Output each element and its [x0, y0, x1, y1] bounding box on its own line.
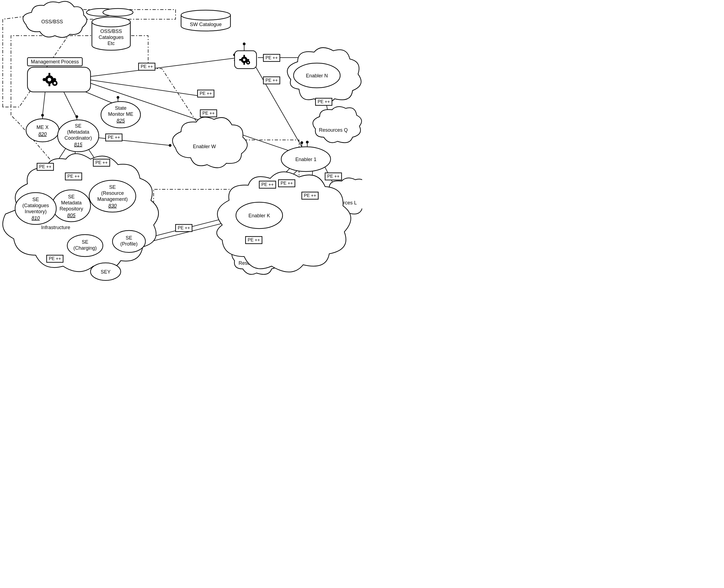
svg-text:PE ++: PE ++	[248, 238, 260, 242]
svg-text:PE ++: PE ++	[265, 78, 278, 83]
svg-text:SE: SE	[68, 194, 74, 200]
svg-point-33	[47, 78, 51, 81]
pe-e1-el: PE ++	[325, 173, 342, 180]
svg-point-29	[181, 10, 231, 20]
svg-text:OSS/BSS: OSS/BSS	[100, 28, 122, 34]
svg-text:(Metadata: (Metadata	[67, 129, 89, 135]
svg-point-0	[243, 43, 246, 45]
se-metadata-repo-node: SE Metadata Repository 805	[52, 190, 90, 222]
svg-text:Etc: Etc	[108, 41, 115, 46]
se-profile-node: SE (Profile)	[112, 230, 145, 252]
pe-gear-en-1: PE ++	[263, 77, 280, 84]
svg-rect-50	[247, 59, 249, 60]
gearbox	[235, 51, 256, 69]
svg-text:815: 815	[74, 142, 83, 147]
enabler-w-cloud: Enabler W	[173, 117, 248, 168]
se-charging-node: SE (Charging)	[67, 235, 103, 256]
svg-point-3	[116, 96, 119, 99]
pe-smc-res: PE ++	[93, 159, 110, 166]
ossbss-catalogues-db: OSS/BSS Catalogues Etc	[86, 8, 133, 50]
svg-text:PE ++: PE ++	[67, 174, 80, 178]
pe-profile-enk: PE ++	[175, 225, 192, 232]
svg-point-11	[169, 144, 171, 147]
svg-text:PE ++: PE ++	[203, 111, 215, 115]
svg-text:Enabler K: Enabler K	[248, 213, 270, 218]
svg-text:SEY: SEY	[101, 269, 110, 275]
svg-text:805: 805	[67, 213, 76, 218]
pe-smc-repo: PE ++	[65, 173, 82, 180]
svg-text:SE: SE	[82, 239, 88, 245]
management-process-label: Management Process	[31, 59, 79, 64]
svg-rect-34	[48, 73, 50, 76]
svg-text:SE: SE	[33, 197, 39, 202]
svg-point-25	[92, 17, 130, 27]
enabler-w-label: Enabler W	[193, 144, 216, 149]
svg-rect-35	[48, 83, 50, 86]
pe-e1-ek: PE ++	[259, 181, 276, 188]
svg-text:Enabler 1: Enabler 1	[295, 157, 316, 162]
sw-catalogue-db: SW Catalogue	[181, 10, 231, 31]
svg-text:(Charging): (Charging)	[73, 245, 97, 251]
svg-text:Catalogues: Catalogues	[99, 35, 124, 40]
svg-point-24	[103, 8, 133, 16]
svg-point-46	[243, 59, 246, 61]
svg-text:PE ++: PE ++	[39, 164, 51, 169]
resources-q-cloud: Resources Q	[313, 107, 362, 143]
svg-point-16	[306, 141, 308, 144]
pe-mgmt-en1: PE ++	[200, 110, 217, 117]
svg-text:825: 825	[116, 118, 125, 124]
svg-rect-30	[27, 67, 90, 92]
svg-text:Repository: Repository	[60, 206, 83, 212]
svg-text:PE ++: PE ++	[108, 135, 120, 140]
infrastructure-label: Infrastructure	[41, 225, 70, 230]
svg-point-52	[248, 62, 249, 63]
svg-text:Metadata: Metadata	[61, 200, 82, 206]
state-monitor-node: State Monitor ME 825	[101, 102, 141, 128]
pe-mex-cat: PE ++	[37, 163, 54, 170]
enabler-n-node: Enabler N	[294, 63, 340, 88]
svg-text:SE: SE	[75, 123, 82, 129]
se-metadata-coord-node: SE (Metadata Coordinator) 815	[58, 120, 99, 152]
pe-mgmt-gear: PE ++	[139, 63, 155, 70]
sw-catalogue-label: SW Catalogue	[190, 22, 222, 27]
svg-rect-49	[239, 59, 241, 60]
pe-en-n-resq: PE ++	[316, 98, 332, 105]
enabler-k-node: Enabler K	[236, 202, 282, 229]
svg-text:PE ++: PE ++	[304, 193, 316, 198]
management-process: Management Process	[27, 58, 90, 92]
svg-text:Coordinator): Coordinator)	[64, 135, 92, 141]
svg-text:PE ++: PE ++	[141, 64, 153, 69]
svg-text:Enabler N: Enabler N	[306, 73, 328, 79]
svg-text:PE ++: PE ++	[318, 99, 330, 104]
svg-text:(Resource: (Resource	[101, 190, 124, 196]
pe-smc-enw: PE ++	[106, 134, 122, 141]
pe-e1-er: PE ++	[302, 192, 318, 199]
pe-gear-en-n: PE ++	[263, 54, 280, 61]
svg-rect-47	[243, 55, 245, 57]
svg-text:PE ++: PE ++	[200, 91, 212, 96]
svg-text:PE ++: PE ++	[95, 160, 108, 165]
sey-node: SEY	[90, 263, 121, 280]
svg-text:830: 830	[108, 203, 116, 209]
svg-text:(Profile): (Profile)	[120, 241, 137, 247]
svg-text:PE ++: PE ++	[281, 181, 293, 186]
svg-point-53	[26, 119, 59, 142]
svg-text:PE ++: PE ++	[327, 174, 339, 178]
svg-text:PE ++: PE ++	[178, 226, 190, 230]
svg-text:Inventory): Inventory)	[25, 209, 47, 214]
ossbss-cloud: OSS/BSS	[23, 1, 87, 37]
svg-point-2	[76, 115, 78, 118]
me-x-node: ME X 820	[26, 119, 59, 142]
svg-text:State: State	[115, 105, 126, 111]
svg-text:PE ++: PE ++	[265, 56, 278, 60]
svg-text:SE: SE	[109, 184, 116, 190]
svg-text:Management): Management)	[97, 196, 128, 202]
svg-text:PE ++: PE ++	[261, 182, 274, 187]
pe-mgmt-enw: PE ++	[197, 90, 214, 97]
ossbss-cloud-label: OSS/BSS	[41, 19, 63, 24]
pe-bottom-alone: PE ++	[47, 255, 63, 262]
svg-text:ME X: ME X	[37, 125, 48, 130]
svg-text:Monitor ME: Monitor ME	[108, 111, 133, 117]
svg-point-15	[300, 141, 303, 144]
pe-e1-ek2: PE ++	[278, 180, 295, 187]
